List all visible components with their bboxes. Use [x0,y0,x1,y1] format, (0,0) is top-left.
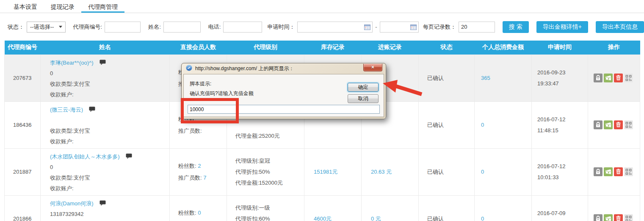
agent-info-line: 收款账户: [50,89,168,100]
income-record-link[interactable]: 0 元 [371,216,381,221]
total-consume-link[interactable]: 0 [481,216,484,221]
name-label: 姓名: [148,23,161,31]
tab-basic-settings[interactable]: 基本设置 [7,0,44,13]
dialog-favicon [186,65,192,72]
total-consume-link[interactable]: 365 [481,75,490,81]
highlight-annotation [181,98,239,123]
col-direct-members: 直接会员人数 [170,41,227,55]
recharge-icon[interactable] [604,167,613,176]
income-record-link[interactable]: 20.63 元 [371,169,392,175]
table-row: 201866 何浪(Damon何浪) 13187329342 收款类型:支付宝 … [5,195,640,221]
col-actions: 操作 [588,41,640,55]
delete-icon[interactable] [614,120,623,129]
total-consume-link[interactable]: 0 [481,122,484,128]
lock-icon[interactable] [594,74,603,82]
delete-icon[interactable] [614,74,623,82]
recharge-icon[interactable] [604,214,613,221]
tab-withdraw-records[interactable]: 提现记录 [44,0,81,13]
calendar-icon[interactable] [364,24,370,31]
stock-record-cell: 4600元 [304,195,362,221]
total-consume-link[interactable]: 0 [481,169,484,175]
agent-name-cell: (木水团队创始人～木水多多) 0 收款类型:支付宝 收款账户: [41,148,170,195]
name-input[interactable] [163,22,201,33]
close-button[interactable]: × [363,64,382,71]
col-agent-level: 代理级别 [227,41,304,55]
actions-cell [588,148,640,195]
col-stock-record: 库存记录 [304,41,362,55]
tab-agent-management[interactable]: 代理商管理 [81,0,124,13]
stock-record-link[interactable]: 151981元 [314,169,337,175]
agent-id-cell: 201866 [5,195,41,221]
agent-info-line: 收款账户: [50,183,168,194]
agent-id-cell: 207673 [5,55,41,101]
stock-record-link[interactable]: 4600元 [314,216,332,221]
comment-icon[interactable] [100,58,106,68]
fans-count-link[interactable]: 0 [198,210,201,216]
promoters-count-link[interactable]: 7 [203,175,206,181]
qrcode-icon[interactable] [624,74,633,82]
dialog-title: http://show.dgshanger.com/ 上的网页显示： [195,65,294,72]
comment-icon[interactable] [126,152,133,162]
agent-info-line: 0 [50,68,168,79]
agent-info-line: 收款类型:支付宝 [50,219,168,221]
agent-name-cell: 何浪(Damon何浪) 13187329342 收款类型:支付宝 收款账户:18… [41,195,170,221]
total-consume-cell: 0 [475,148,532,195]
search-button[interactable]: 搜 索 [503,21,529,33]
comment-icon[interactable] [89,105,96,115]
col-income-record: 进账记录 [362,41,419,55]
col-apply-time: 申请时间 [532,41,588,55]
apply-time-start-input[interactable] [297,22,373,33]
apply-time-cell: 2016-07-12 11:48:15 [532,101,588,148]
col-name: 姓名 [41,41,170,55]
total-consume-cell: 365 [475,55,532,101]
status-cell: 已确认 [419,195,475,221]
agent-info-line [50,115,168,126]
page-size-input[interactable] [459,22,495,33]
export-amount-button[interactable]: 导出金额详情+ [536,21,588,33]
fans-count-link[interactable]: 2 [198,163,201,169]
status-label: 状态： [8,23,24,31]
apply-time-cell: 2016-09-23 19:33:47 [532,55,588,101]
phone-input[interactable] [223,22,262,33]
agent-info-line: 收款类型:支付宝 [50,172,168,183]
agent-name-link[interactable]: 何浪(Damon何浪) [50,200,94,207]
delete-icon[interactable] [614,214,623,221]
agent-level-cell: 代理级别:皇冠 代理折扣:50% 代理金额:152000元 [227,148,304,195]
calendar-icon[interactable] [410,24,417,31]
income-record-cell: 20.63 元 [362,148,419,195]
qrcode-icon[interactable] [624,120,633,129]
qrcode-icon[interactable] [624,167,633,176]
status-select[interactable]: --请选择-- [27,22,66,33]
agent-id-cell: 201887 [5,148,41,195]
actions-cell [588,195,640,221]
lock-icon[interactable] [594,120,603,129]
col-agent-id: 代理商编号 [5,41,41,55]
delete-icon[interactable] [614,167,623,176]
recharge-icon[interactable] [604,120,613,129]
close-icon: × [371,64,374,70]
agent-id-input[interactable] [105,22,141,33]
total-consume-cell: 0 [475,195,532,221]
apply-time-label: 申请时间： [267,23,295,31]
tab-bar: 基本设置 提现记录 代理商管理 [0,0,644,13]
filter-bar: 状态： --请选择-- 代理商编号: 姓名: 电话: 申请时间： - 每页记录数… [0,13,644,41]
status-cell: 已确认 [419,101,475,148]
agent-name-link[interactable]: (微三云-海云) [50,106,83,113]
dialog-titlebar[interactable]: http://show.dgshanger.com/ 上的网页显示： [182,63,386,74]
fans-label: 粉丝数: [178,163,196,169]
dropdown-arrow-icon [59,26,62,28]
lock-icon[interactable] [594,214,603,221]
page-size-label: 每页记录数： [423,23,456,31]
agent-name-cell: (微三云-海云) 收款类型:支付宝 收款账户: [41,101,170,148]
comment-icon[interactable] [100,199,106,209]
members-cell: 粉丝数: 0 推广员数: 0 [170,195,227,221]
agent-info-line: 13187329342 [50,209,168,219]
agent-name-link[interactable]: 李琳(Bear*^(oo)^) [50,60,94,66]
lock-icon[interactable] [594,167,603,176]
agent-name-link[interactable]: (木水团队创始人～木水多多) [50,153,120,160]
recharge-icon[interactable] [604,74,613,82]
agent-id-label: 代理商编号: [73,23,102,31]
qrcode-icon[interactable] [624,214,633,221]
agent-info-line: 收款类型:支付宝 [50,79,168,89]
export-page-button[interactable]: 导出本页信息 [596,21,644,33]
